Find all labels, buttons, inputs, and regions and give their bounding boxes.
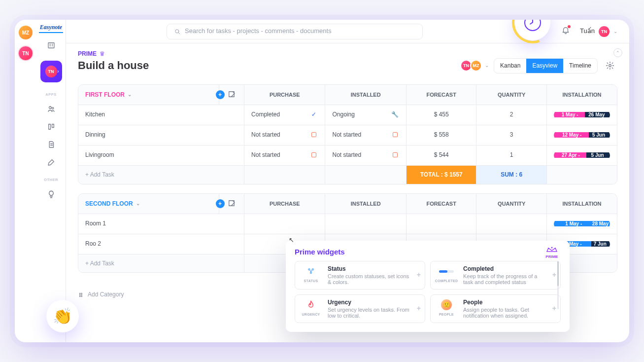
col-purchase[interactable]: PURCHASE — [244, 194, 325, 214]
members[interactable]: TN MZ ⌄ — [460, 60, 489, 72]
user-menu[interactable]: Tuấn TN ⌄ — [580, 26, 617, 37]
chevron-down-icon: ⌄ — [128, 92, 132, 97]
col-forecast[interactable]: FORECAST — [406, 85, 476, 105]
cell-quantity[interactable]: 1 — [476, 145, 547, 165]
cell-purchase[interactable]: Not started — [244, 125, 325, 145]
workspace-avatar-tn[interactable]: TN — [19, 46, 33, 60]
kanban-icon[interactable] — [46, 121, 57, 132]
table-row[interactable]: Room 1 1 May - 28 May — [78, 214, 617, 234]
cell-installed[interactable]: Not started — [325, 145, 406, 165]
member-avatar-mz: MZ — [470, 60, 482, 72]
section-name[interactable]: SECOND FLOOR ⌄ — [85, 200, 140, 207]
empty-status-icon — [391, 131, 399, 139]
task-name[interactable]: Dinning — [78, 125, 244, 145]
cell-installation[interactable]: 1 May - 26 May — [546, 105, 617, 125]
svg-point-11 — [79, 296, 80, 297]
notifications-button[interactable] — [561, 26, 570, 37]
table-row[interactable]: Kitchen Completed✓ Ongoing🔧 $ 455 2 1 Ma… — [78, 105, 617, 125]
cell-quantity[interactable]: 3 — [476, 125, 547, 145]
task-name[interactable]: Room 1 — [78, 214, 244, 234]
widget-desc: Set urgency levels on tasks. From low to… — [328, 307, 412, 319]
view-easyview[interactable]: Easyview — [526, 59, 563, 73]
app-window: 👏 ⌃ MZ TN Easynote TN › APPS OTHER Searc… — [15, 20, 629, 342]
widget-desc: Assign people to tasks. Get notification… — [463, 307, 547, 319]
date-range-pill[interactable]: 1 May - 28 May — [554, 219, 610, 229]
date-range-pill[interactable]: 12 May - 5 Jun — [554, 130, 610, 140]
col-quantity[interactable]: QUANTITY — [476, 194, 547, 214]
add-column-button[interactable]: + — [216, 90, 225, 99]
svg-rect-4 — [52, 124, 54, 128]
col-installation[interactable]: INSTALLATION — [546, 85, 617, 105]
gear-icon — [606, 61, 614, 70]
chevron-down-icon: ⌄ — [136, 201, 140, 206]
cell-forecast[interactable]: $ 544 — [406, 145, 476, 165]
clock-decoration — [515, 20, 550, 40]
add-widget-button[interactable]: + — [417, 304, 421, 314]
chevron-down-icon: ⌄ — [485, 62, 489, 69]
settings-button[interactable] — [603, 58, 617, 73]
col-installed[interactable]: INSTALLED — [325, 85, 406, 105]
add-task-button[interactable]: + Add Task — [85, 260, 114, 267]
prime-tag[interactable]: PRIME ♛ — [78, 47, 617, 57]
cell-quantity[interactable]: 2 — [476, 105, 547, 125]
crown-icon — [545, 246, 559, 253]
date-range-pill[interactable]: 27 Apr - 5 Jun — [554, 150, 610, 160]
view-timeline[interactable]: Timeline — [563, 59, 597, 73]
urgency-icon — [303, 299, 319, 311]
col-installation[interactable]: INSTALLATION — [546, 194, 617, 214]
workspace-avatar-mz[interactable]: MZ — [19, 26, 33, 39]
widget-title: Urgency — [328, 299, 412, 306]
cell-installed[interactable]: Ongoing🔧 — [325, 105, 406, 125]
task-name[interactable]: Kitchen — [78, 105, 244, 125]
section-name[interactable]: FIRST FLOOR ⌄ — [85, 91, 132, 98]
task-name[interactable]: Livingroom — [78, 145, 244, 165]
widget-urgency[interactable]: URGENCY Urgency Set urgency levels on ta… — [295, 294, 425, 323]
prime-text: PRIME — [78, 50, 97, 57]
project-tile[interactable]: TN › — [40, 61, 62, 82]
cell-installation[interactable]: 27 Apr - 5 Jun — [546, 145, 617, 165]
svg-rect-3 — [48, 124, 50, 130]
pen-icon[interactable] — [46, 157, 57, 168]
team-icon[interactable] — [46, 104, 57, 114]
widget-completed[interactable]: COMPLETED Completed Keep track of the pr… — [430, 261, 561, 290]
nav-section-apps: APPS — [45, 92, 56, 97]
cell-purchase[interactable]: Not started — [244, 145, 325, 165]
svg-point-2 — [52, 108, 54, 109]
prime-badge: PRIME — [545, 246, 559, 259]
add-widget-button[interactable]: + — [552, 270, 556, 280]
search-input[interactable]: Search for tasks - projects - comments -… — [167, 24, 423, 39]
project-title[interactable]: Build a house — [78, 59, 149, 72]
doc-icon[interactable] — [46, 139, 57, 150]
add-category-label: Add Category — [88, 290, 124, 299]
add-widget-button[interactable]: + — [552, 304, 556, 314]
task-name[interactable]: Roo 2 — [78, 234, 244, 254]
table-row[interactable]: Dinning Not started Not started $ 558 3 … — [78, 125, 617, 145]
column-settings-icon[interactable] — [227, 90, 236, 99]
column-settings-icon[interactable] — [227, 199, 236, 208]
add-task-button[interactable]: + Add Task — [85, 171, 114, 178]
widget-people[interactable]: 🙂 PEOPLE People Assign people to tasks. … — [430, 294, 561, 323]
widget-status[interactable]: STATUS Status Create custom statuses, se… — [295, 261, 425, 290]
cell-installation[interactable]: 12 May - 5 Jun — [546, 125, 617, 145]
cell-installation[interactable]: 1 May - 28 May — [546, 214, 617, 234]
cell-forecast[interactable]: $ 558 — [406, 125, 476, 145]
col-purchase[interactable]: PURCHASE — [244, 85, 325, 105]
cell-installed[interactable]: Not started — [325, 125, 406, 145]
org-icon[interactable] — [46, 40, 57, 51]
col-forecast[interactable]: FORECAST — [406, 194, 476, 214]
view-kanban[interactable]: Kanban — [494, 59, 526, 73]
table-row[interactable]: Livingroom Not started Not started $ 544… — [78, 145, 617, 165]
status-icon — [303, 265, 319, 277]
col-quantity[interactable]: QUANTITY — [476, 85, 547, 105]
completed-icon — [439, 265, 454, 277]
brand-logo[interactable]: Easynote — [39, 24, 63, 33]
date-range-pill[interactable]: 1 May - 26 May — [554, 110, 610, 120]
col-installed[interactable]: INSTALLED — [325, 194, 406, 214]
cell-forecast[interactable]: $ 455 — [406, 105, 476, 125]
widget-title: Status — [328, 265, 412, 272]
add-widget-button[interactable]: + — [417, 270, 421, 280]
bulb-icon[interactable] — [46, 189, 57, 200]
quantity-sum: SUM : 6 — [476, 165, 547, 183]
cell-purchase[interactable]: Completed✓ — [244, 105, 325, 125]
add-column-button[interactable]: + — [216, 199, 225, 208]
